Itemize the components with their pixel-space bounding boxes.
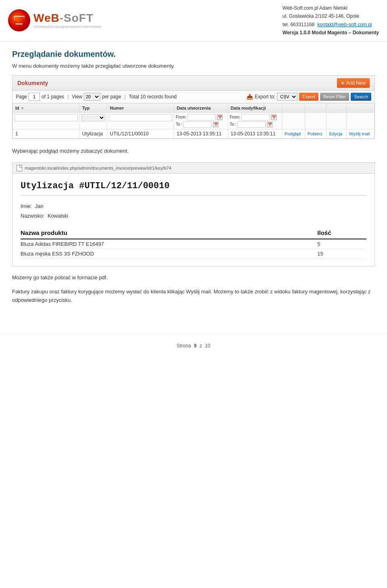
preview-intro: Wybierając podgląd możemy zobaczyć dokum… xyxy=(12,147,375,156)
company-version: Wersja 1.0.0 Moduł Magento – Dokumenty xyxy=(283,29,379,37)
cal-icon-utw-from[interactable]: 📅 xyxy=(217,114,223,120)
filter-empty4 xyxy=(346,112,374,129)
footer-total-pages: 10 xyxy=(205,343,210,349)
page-input[interactable] xyxy=(29,93,40,101)
filter-typ-select[interactable] xyxy=(81,114,106,121)
page-footer: Strona 9 z 10 xyxy=(0,335,387,357)
filter-numer-input[interactable] xyxy=(109,114,172,121)
cell-id: 1 xyxy=(13,129,80,138)
page-header: WeB-SoFT innowacyjne oprogramowanie inte… xyxy=(0,0,387,42)
product-name-2: Bluza męska ESS 3S FZHOOD xyxy=(21,249,317,259)
page-label: Page xyxy=(16,94,27,100)
pdf-text: Możemy go także pobrać w formacie pdf. xyxy=(12,274,375,282)
filter-empty2 xyxy=(305,112,327,129)
admin-panel: Dokumenty Add New Page of 1 pages | View… xyxy=(12,75,375,139)
company-line2: ul. Gosławicka 2/102 45-146, Opole xyxy=(283,12,379,20)
col-action2 xyxy=(305,103,327,112)
filter-data-utw: From: 📅 To : 📅 xyxy=(174,112,228,129)
data-table: Id ▼ Typ Numer Data utworzenia Data mody… xyxy=(12,103,375,139)
add-new-button[interactable]: Add New xyxy=(337,78,370,88)
logo-brand-text: WeB-SoFT xyxy=(33,12,101,24)
link-pobierz[interactable]: Pobierz xyxy=(308,131,322,136)
product-qty-1: 5 xyxy=(317,239,366,249)
pagination-bar: Page of 1 pages | View 20 50 100 per pag… xyxy=(12,91,375,103)
product-qty-2: 15 xyxy=(317,249,366,259)
link-podglad[interactable]: Podgląd xyxy=(285,131,301,136)
filter-data-mod: From: 📅 To : 📅 xyxy=(228,112,282,129)
cell-podglad: Podgląd xyxy=(282,129,305,138)
table-row: 1 Utylizacja UTIL/12/11/00010 13-05-2013… xyxy=(13,129,375,138)
intro-text: W menu dokumenty możemy także przeglądać… xyxy=(12,63,375,69)
export-button[interactable]: Export xyxy=(299,93,318,101)
page-title: Przeglądanie dokumentów. xyxy=(12,50,375,59)
footer-separator: z xyxy=(200,343,202,349)
search-button[interactable]: Search xyxy=(351,93,371,101)
main-content: Przeglądanie dokumentów. W menu dokument… xyxy=(0,42,387,318)
product-row-1: Bluza Adidas FIREBIRD TT E16497 5 xyxy=(21,239,366,249)
table-filter-row: From: 📅 To : 📅 xyxy=(13,112,375,129)
export-format-select[interactable]: CSV XML xyxy=(277,93,298,101)
view-select[interactable]: 20 50 100 xyxy=(84,93,100,101)
date-filter-mod: From: 📅 To : 📅 xyxy=(230,114,280,128)
filter-empty3 xyxy=(327,112,346,129)
email-text: Faktury zakupu oraz faktury korygujące m… xyxy=(12,288,375,305)
filter-id xyxy=(13,112,80,129)
logo-icon xyxy=(8,9,30,31)
reset-filter-button[interactable]: Reset Filter xyxy=(320,93,349,101)
per-page-label: per page xyxy=(102,94,121,100)
col-typ: Typ xyxy=(79,103,107,112)
col-action4 xyxy=(346,103,374,112)
company-email-link[interactable]: kontakt@web-soft.com.pl xyxy=(318,22,372,27)
filter-id-input[interactable] xyxy=(15,114,78,121)
to-label-mod: To : xyxy=(230,122,236,127)
cell-wyslij: Wyślij mail xyxy=(346,129,374,138)
col-action1 xyxy=(282,103,305,112)
export-area: 📤 Export to: CSV XML Export Reset Filter… xyxy=(246,93,371,101)
nazwisko-label: Nazwisko: xyxy=(21,213,44,219)
from-label-utw: From: xyxy=(176,115,186,119)
col-numer: Numer xyxy=(107,103,174,112)
panel-header: Dokumenty Add New xyxy=(12,76,375,91)
col-id: Id ▼ xyxy=(13,103,80,112)
filter-typ xyxy=(79,112,107,129)
imie-value: Jan xyxy=(35,203,44,209)
link-wyslij-mail[interactable]: Wyślij mail xyxy=(349,131,370,136)
imie-label: Imie: xyxy=(21,203,32,209)
panel-title: Dokumenty xyxy=(17,80,48,86)
company-phone: tel. 663311168 xyxy=(283,22,314,27)
col-action3 xyxy=(327,103,346,112)
total-records: Total 10 records found xyxy=(129,94,177,100)
date-mod-from-input[interactable] xyxy=(241,114,270,121)
col-product-name: Nazwa produktu xyxy=(21,227,317,239)
cal-icon-mod-from[interactable]: 📅 xyxy=(271,114,277,120)
company-line1: Web-Soft.com.pl Adam Nielski xyxy=(283,4,379,12)
sep2: | xyxy=(124,94,125,100)
nazwisko-value: Kowalski xyxy=(48,213,68,219)
cal-icon-utw-to[interactable]: 📅 xyxy=(213,122,218,127)
doc-file-icon xyxy=(17,165,22,171)
sort-icon-id[interactable]: ▼ xyxy=(21,106,25,110)
doc-preview-container: magentolin.local/index.php/admin/documen… xyxy=(12,162,375,266)
col-id-label: Id xyxy=(15,106,19,110)
date-utw-to-input[interactable] xyxy=(183,121,212,128)
doc-preview-body: Utylizacja #UTIL/12/11/00010 Imie: Jan N… xyxy=(12,174,375,266)
date-utw-from-input[interactable] xyxy=(187,114,216,121)
products-table: Nazwa produktu Ilość Bluza Adidas FIREBI… xyxy=(21,227,366,259)
view-label: View xyxy=(72,94,82,100)
cell-numer: UTIL/12/11/00010 xyxy=(107,129,174,138)
cell-typ: Utylizacja xyxy=(79,129,107,138)
logo-area: WeB-SoFT innowacyjne oprogramowanie inte… xyxy=(8,9,101,31)
cell-data-utw: 13-05-2013 13:35:11 xyxy=(174,129,228,138)
col-data-mod: Data modyfikacji xyxy=(228,103,282,112)
cell-data-mod: 13-05-2013 13:35:11 xyxy=(228,129,282,138)
date-utw-to-row: To : 📅 xyxy=(176,121,226,128)
company-line3: tel. 663311168 kontakt@web-soft.com.pl xyxy=(283,21,379,29)
date-mod-to-input[interactable] xyxy=(237,121,266,128)
header-company-info: Web-Soft.com.pl Adam Nielski ul. Gosławi… xyxy=(283,4,379,37)
cal-icon-mod-to[interactable]: 📅 xyxy=(267,122,273,127)
doc-meta: Imie: Jan Nazwisko: Kowalski xyxy=(21,202,366,220)
url-bar: magentolin.local/index.php/admin/documen… xyxy=(12,163,375,174)
products-header-row: Nazwa produktu Ilość xyxy=(21,227,366,239)
link-edycja[interactable]: Edycja xyxy=(329,131,342,136)
of-pages-label: of 1 pages xyxy=(42,94,64,100)
